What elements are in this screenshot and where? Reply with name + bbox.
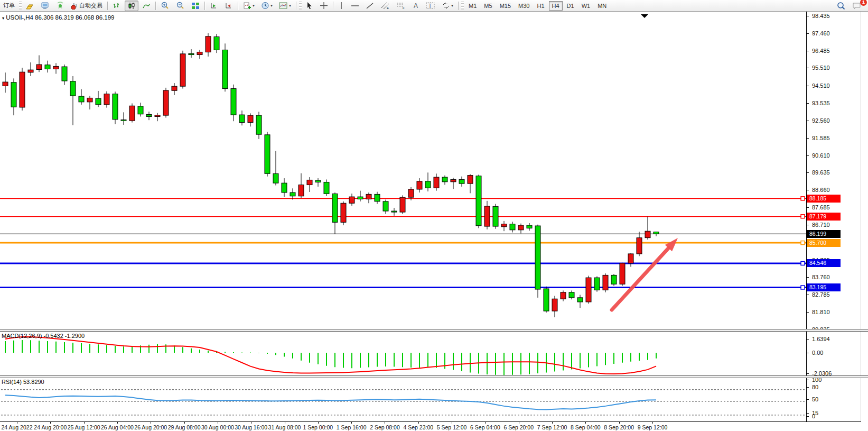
fibonacci-button[interactable]: F bbox=[394, 1, 408, 11]
rsi-tick bbox=[806, 413, 809, 414]
chevron-down-icon[interactable]: ▾ bbox=[2, 16, 4, 21]
price-tick-label: 93.535 bbox=[812, 100, 830, 106]
timeframe-button-m30[interactable]: M30 bbox=[515, 1, 533, 11]
toolbar-grip[interactable] bbox=[19, 2, 22, 10]
templates-dropdown-icon[interactable]: ▾ bbox=[289, 3, 291, 8]
price-tick bbox=[806, 155, 809, 156]
auto-scroll-button[interactable] bbox=[207, 1, 221, 11]
zoom-out-button[interactable] bbox=[173, 1, 188, 11]
zoom-in-button[interactable] bbox=[158, 1, 172, 11]
new-order-button[interactable]: 订单 bbox=[1, 1, 17, 11]
time-tick bbox=[84, 421, 85, 424]
text-label-icon: T bbox=[426, 2, 435, 10]
autotrading-button[interactable]: 自动交易 bbox=[68, 1, 105, 11]
horizontal-line-button[interactable] bbox=[348, 1, 362, 11]
trendline-button[interactable] bbox=[363, 1, 377, 11]
time-label: 4 Sep 23:00 bbox=[403, 424, 433, 430]
macd-indicator-label: MACD(12,26,9) -0.5432 -1.2900 bbox=[2, 333, 85, 339]
arrows-button[interactable]: ▾ bbox=[439, 1, 456, 11]
time-label: 6 Sep 20:00 bbox=[503, 424, 534, 430]
candlestick-chart-button[interactable] bbox=[125, 1, 138, 11]
svg-text:E: E bbox=[387, 6, 389, 10]
search-button[interactable] bbox=[834, 1, 848, 11]
price-tick-label: 92.560 bbox=[812, 117, 830, 124]
fibonacci-icon: F bbox=[396, 2, 406, 10]
macd-tick bbox=[806, 373, 809, 374]
chart-area[interactable]: ▾ USOil-,H4 86.306 86.319 86.068 86.199 … bbox=[0, 12, 868, 431]
time-tick bbox=[218, 421, 218, 424]
svg-text:A: A bbox=[414, 2, 418, 10]
price-tick bbox=[806, 68, 809, 68]
line-chart-icon bbox=[142, 2, 151, 10]
window-edge bbox=[861, 12, 861, 421]
toolbar-separator bbox=[155, 2, 156, 10]
gold-button[interactable] bbox=[23, 1, 37, 11]
toolbar-separator bbox=[458, 2, 459, 10]
price-tick-label: 87.685 bbox=[812, 204, 830, 210]
time-label: 26 Aug 04:00 bbox=[101, 424, 134, 430]
price-tick-label: 94.510 bbox=[812, 82, 830, 89]
time-tick bbox=[585, 421, 586, 424]
timeframe-button-h1[interactable]: H1 bbox=[534, 1, 547, 11]
cursor-button[interactable] bbox=[303, 1, 316, 11]
toolbar-separator bbox=[296, 2, 296, 10]
crosshair-button[interactable] bbox=[317, 1, 331, 11]
terminal-button[interactable] bbox=[38, 1, 52, 11]
price-line-badge: 87.179 bbox=[807, 213, 841, 221]
time-tick bbox=[184, 421, 185, 424]
timeframe-button-m5[interactable]: M5 bbox=[481, 1, 495, 11]
timeframe-button-m1[interactable]: M1 bbox=[465, 1, 480, 11]
timeframe-button-h4[interactable]: H4 bbox=[549, 1, 563, 11]
timeframe-button-d1[interactable]: D1 bbox=[564, 1, 577, 11]
price-tick-label: 82.785 bbox=[812, 291, 830, 298]
time-label: 26 Aug 20:00 bbox=[134, 424, 167, 430]
time-tick bbox=[50, 421, 51, 424]
cursor-icon bbox=[306, 2, 313, 10]
timeframe-button-w1[interactable]: W1 bbox=[578, 1, 594, 11]
arrows-dropdown-icon[interactable]: ▾ bbox=[451, 3, 453, 8]
time-tick bbox=[452, 421, 452, 424]
text-label-button[interactable]: T bbox=[423, 1, 438, 11]
zoom-in-icon bbox=[161, 2, 170, 10]
candlestick-chart-icon bbox=[127, 2, 136, 10]
vertical-line-button[interactable] bbox=[335, 1, 347, 11]
toolbar-separator bbox=[107, 2, 108, 10]
price-line-badge: 88.185 bbox=[807, 195, 841, 203]
time-label: 24 Aug 2022 bbox=[2, 424, 33, 430]
panel-splitter-rsi[interactable] bbox=[0, 375, 868, 378]
text-icon: A bbox=[412, 2, 419, 10]
chart-shift-icon bbox=[225, 2, 233, 10]
signal-button[interactable] bbox=[53, 1, 67, 11]
svg-text:T: T bbox=[428, 3, 432, 9]
time-tick bbox=[485, 421, 486, 424]
toolbar-grip[interactable] bbox=[461, 2, 464, 10]
time-label: 8 Sep 04:00 bbox=[571, 424, 601, 430]
price-tick bbox=[806, 103, 809, 104]
periods-dropdown-icon[interactable]: ▾ bbox=[270, 3, 273, 8]
notifications-button[interactable]: 1 bbox=[850, 1, 864, 11]
panel-splitter-macd[interactable] bbox=[0, 329, 868, 332]
time-axis-line bbox=[0, 421, 861, 422]
time-tick bbox=[318, 421, 319, 424]
indicators-dropdown-icon[interactable]: ▾ bbox=[253, 3, 255, 8]
timeframe-button-m15[interactable]: M15 bbox=[497, 1, 514, 11]
timeframe-button-mn[interactable]: MN bbox=[594, 1, 610, 11]
tile-windows-button[interactable] bbox=[189, 1, 202, 11]
periods-button[interactable]: ▾ bbox=[258, 1, 275, 11]
line-chart-button[interactable] bbox=[139, 1, 153, 11]
toolbar-separator bbox=[333, 2, 333, 10]
price-tick bbox=[806, 277, 809, 278]
periods-icon bbox=[261, 2, 269, 10]
time-label: 2 Sep 08:00 bbox=[370, 424, 400, 430]
indicators-button[interactable]: ▾ bbox=[240, 1, 257, 11]
templates-button[interactable]: ▾ bbox=[276, 1, 294, 11]
toolbar-grip[interactable] bbox=[299, 2, 302, 10]
time-label: 24 Aug 20:00 bbox=[34, 424, 67, 430]
chart-shift-button[interactable] bbox=[222, 1, 236, 11]
price-tick bbox=[806, 51, 809, 51]
text-button[interactable]: A bbox=[409, 1, 422, 11]
bar-chart-button[interactable] bbox=[110, 1, 124, 11]
macd-tick-label: 0.00 bbox=[812, 350, 823, 356]
macd-tick bbox=[806, 353, 809, 353]
channel-button[interactable]: E bbox=[378, 1, 393, 11]
